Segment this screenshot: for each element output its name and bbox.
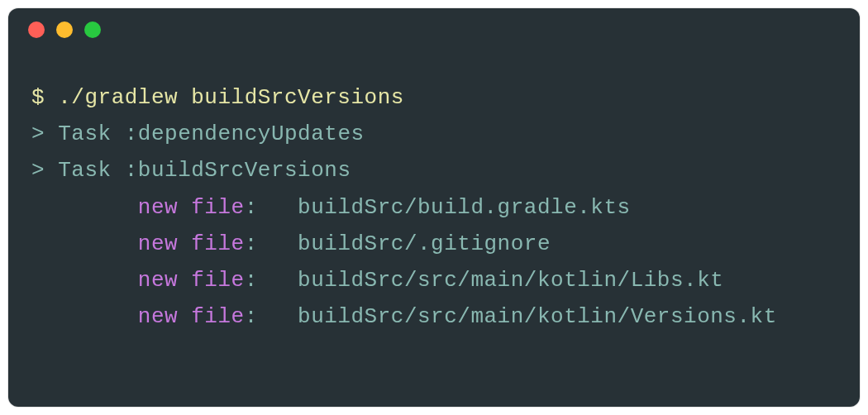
task-line: > Task :buildSrcVersions [31,152,837,188]
task-line: > Task :dependencyUpdates [31,116,837,152]
file-status: new file [138,268,245,293]
colon: : [245,304,298,329]
file-status: new file [138,231,245,256]
file-line: new file: buildSrc/build.gradle.kts [31,189,837,226]
file-path: buildSrc/build.gradle.kts [298,195,631,220]
task-name: :dependencyUpdates [125,122,365,146]
command-line: $ ./gradlew buildSrcVersions [31,79,837,116]
colon: : [245,268,298,293]
close-icon[interactable] [28,21,45,38]
file-line: new file: buildSrc/src/main/kotlin/Versi… [31,298,837,335]
file-status: new file [138,304,245,329]
task-prefix: > [31,158,45,183]
file-line: new file: buildSrc/.gitignore [31,226,837,262]
command-text: ./gradlew buildSrcVersions [58,85,404,110]
terminal-body: $ ./gradlew buildSrcVersions > Task :dep… [8,51,860,335]
task-name: :buildSrcVersions [125,158,351,183]
maximize-icon[interactable] [84,21,101,38]
titlebar [8,8,860,51]
file-line: new file: buildSrc/src/main/kotlin/Libs.… [31,262,837,298]
file-status: new file [138,195,245,220]
file-path: buildSrc/src/main/kotlin/Versions.kt [298,304,777,329]
file-path: buildSrc/src/main/kotlin/Libs.kt [298,268,723,293]
prompt-symbol: $ [31,85,45,110]
terminal-window: $ ./gradlew buildSrcVersions > Task :dep… [8,8,860,407]
colon: : [245,231,298,256]
task-prefix: > [31,122,45,146]
task-label: Task [58,158,111,183]
minimize-icon[interactable] [56,21,73,38]
colon: : [245,195,298,220]
file-path: buildSrc/.gitignore [298,231,551,256]
task-label: Task [58,122,111,146]
